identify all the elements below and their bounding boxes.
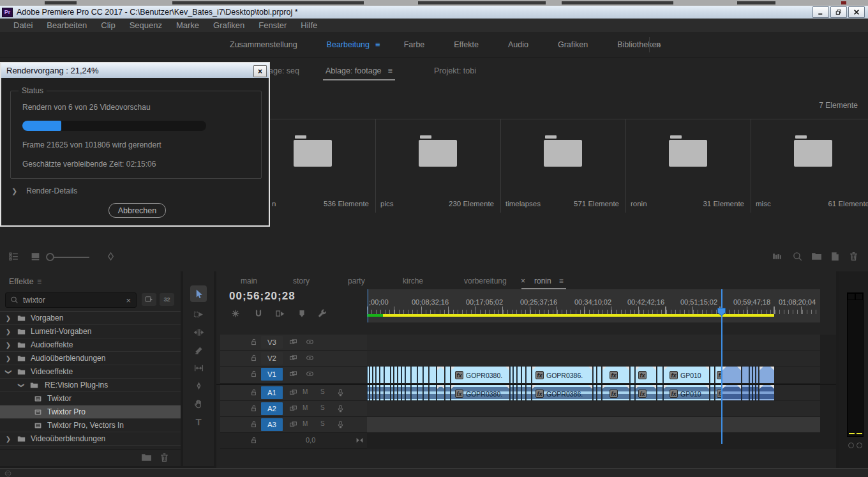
track-content-V2[interactable] bbox=[367, 351, 820, 367]
shuttle-button[interactable] bbox=[103, 250, 117, 264]
fit-sequence-icon[interactable] bbox=[355, 436, 364, 446]
sequence-tab-ronin[interactable]: ×ronin≡ bbox=[534, 276, 564, 285]
lock-icon[interactable] bbox=[250, 388, 258, 398]
video-clip[interactable] bbox=[376, 367, 379, 383]
audio-clip[interactable] bbox=[367, 385, 369, 400]
audio-clip[interactable] bbox=[437, 385, 444, 400]
effects-tree-item-twixtor[interactable]: Twixtor bbox=[0, 392, 181, 405]
audio-clip[interactable] bbox=[742, 385, 749, 400]
panel-tab-projekt-tobi[interactable]: Projekt: tobi bbox=[434, 66, 476, 75]
audio-clip[interactable] bbox=[756, 385, 758, 400]
new-item-button[interactable] bbox=[828, 250, 842, 264]
audio-clip[interactable]: fx bbox=[715, 385, 721, 400]
video-clip[interactable] bbox=[710, 367, 714, 383]
track-content-V1[interactable]: fxGOPR0380.fxGOPR0386.fxfxfxGP010fx bbox=[367, 367, 820, 384]
close-button[interactable] bbox=[848, 6, 865, 18]
video-clip[interactable] bbox=[401, 367, 405, 383]
video-clip[interactable] bbox=[437, 367, 444, 383]
close-sequence-icon[interactable]: × bbox=[521, 276, 525, 285]
project-folder-misc[interactable]: misc61 Elemente bbox=[751, 119, 868, 213]
sync-lock-icon[interactable] bbox=[289, 404, 297, 414]
track-target-A2[interactable]: A2 bbox=[261, 402, 283, 415]
menu-item-hilfe[interactable]: Hilfe bbox=[294, 20, 324, 30]
video-clip[interactable]: fx bbox=[715, 367, 721, 383]
delete-custom-item-button[interactable] bbox=[157, 451, 171, 466]
dialog-close-button[interactable]: × bbox=[253, 65, 267, 77]
window-titlebar[interactable]: Pr Adobe Premiere Pro CC 2017 - C:\Benut… bbox=[0, 6, 868, 19]
voiceover-mic-icon[interactable] bbox=[336, 404, 345, 414]
video-clip[interactable] bbox=[759, 367, 774, 383]
video-clip[interactable] bbox=[411, 367, 417, 383]
track-content-A2[interactable] bbox=[367, 401, 820, 417]
track-select-forward-tool[interactable] bbox=[190, 306, 207, 322]
effects-tree-item-lumetri-vorgaben[interactable]: ❯Lumetri-Vorgaben bbox=[0, 325, 181, 338]
video-clip[interactable] bbox=[513, 367, 516, 383]
voiceover-mic-icon[interactable] bbox=[336, 420, 345, 430]
type-tool[interactable]: T bbox=[190, 413, 207, 430]
playhead-handle[interactable] bbox=[717, 308, 726, 316]
audio-clip[interactable] bbox=[749, 385, 752, 400]
accelerated-effects-filter-button[interactable] bbox=[142, 293, 156, 306]
track-target-A1[interactable]: A1 bbox=[261, 386, 283, 399]
audio-clip[interactable] bbox=[405, 385, 410, 400]
menu-item-clip[interactable]: Clip bbox=[94, 20, 122, 30]
solo-track-button[interactable]: S bbox=[320, 420, 325, 427]
video-clip[interactable] bbox=[373, 367, 375, 383]
video-clip[interactable]: fxGOPR0386. bbox=[532, 367, 592, 383]
mute-track-button[interactable]: M bbox=[303, 404, 308, 411]
audio-clip[interactable] bbox=[710, 385, 714, 400]
audio-clip[interactable] bbox=[401, 385, 405, 400]
audio-clip[interactable]: fx bbox=[635, 385, 656, 400]
video-clip[interactable] bbox=[423, 367, 428, 383]
chevron-right-icon[interactable]: ❯ bbox=[5, 328, 11, 335]
lock-icon[interactable] bbox=[250, 420, 258, 430]
audio-clip[interactable] bbox=[417, 385, 423, 400]
sync-lock-icon[interactable] bbox=[289, 354, 297, 364]
sequence-tab-main[interactable]: main bbox=[241, 276, 257, 285]
audio-clip[interactable] bbox=[398, 385, 401, 400]
track-content-A3[interactable] bbox=[367, 417, 820, 433]
video-clip[interactable]: fx bbox=[602, 367, 629, 383]
minimize-button[interactable] bbox=[812, 6, 829, 18]
cancel-render-button[interactable]: Abbrechen bbox=[108, 203, 166, 218]
lock-icon[interactable] bbox=[250, 338, 258, 348]
new-bin-button[interactable] bbox=[809, 250, 823, 264]
effects-tree-item-videoüberblendungen[interactable]: ❯Videoüberblendungen bbox=[0, 432, 181, 446]
clear-search-icon[interactable]: × bbox=[126, 296, 136, 305]
effects-tree-item-vorgaben[interactable]: ❯Vorgaben bbox=[0, 312, 181, 325]
video-clip[interactable] bbox=[752, 367, 755, 383]
sequence-tab-story[interactable]: story bbox=[293, 276, 310, 285]
meter-solo-left[interactable] bbox=[848, 443, 854, 448]
project-folder-ronin[interactable]: ronin31 Elemente bbox=[625, 119, 751, 213]
video-clip[interactable] bbox=[517, 367, 521, 383]
track-header-V2[interactable]: V2 bbox=[220, 351, 367, 367]
thumbnail-zoom-slider-track[interactable] bbox=[54, 257, 89, 258]
render-details-disclosure[interactable]: ❯ Render-Details bbox=[11, 186, 77, 195]
list-view-button[interactable] bbox=[6, 250, 20, 264]
menu-item-datei[interactable]: Datei bbox=[6, 20, 40, 30]
video-clip[interactable] bbox=[370, 367, 372, 383]
video-clip[interactable] bbox=[445, 367, 450, 383]
audio-clip[interactable]: fx bbox=[602, 385, 629, 400]
automate-to-sequence-button[interactable] bbox=[770, 250, 784, 264]
audio-clip[interactable] bbox=[521, 385, 525, 400]
track-target-A3[interactable]: A3 bbox=[261, 418, 283, 431]
effects-tree-item-twixtor-pro[interactable]: Twixtor Pro bbox=[0, 405, 181, 419]
menu-item-fenster[interactable]: Fenster bbox=[251, 20, 294, 30]
sync-lock-icon[interactable] bbox=[289, 370, 297, 380]
audio-clip[interactable] bbox=[445, 385, 450, 400]
effects-tree-item-re-vision-plug-ins[interactable]: ❯RE:Vision Plug-ins bbox=[0, 379, 181, 392]
linked-selection-button[interactable] bbox=[275, 308, 287, 320]
panel-menu-icon[interactable]: ≡ bbox=[37, 277, 41, 286]
thumbnail-zoom-slider-knob[interactable] bbox=[46, 253, 54, 261]
audio-clip[interactable] bbox=[513, 385, 516, 400]
audio-clip[interactable] bbox=[370, 385, 372, 400]
panel-menu-icon[interactable]: ≡ bbox=[388, 66, 393, 75]
sync-lock-icon[interactable] bbox=[289, 388, 297, 398]
video-clip[interactable] bbox=[429, 367, 436, 383]
audio-clip[interactable] bbox=[657, 385, 662, 400]
toggle-track-output-eye-icon[interactable] bbox=[306, 354, 314, 364]
mute-track-button[interactable]: M bbox=[303, 420, 308, 427]
delete-button[interactable] bbox=[846, 250, 860, 264]
video-clip[interactable] bbox=[722, 367, 741, 383]
